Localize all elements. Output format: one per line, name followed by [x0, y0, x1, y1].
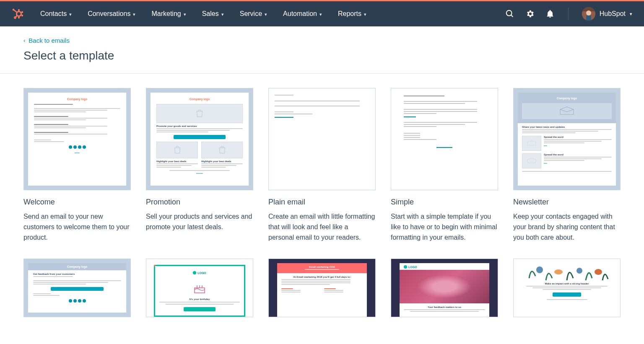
chevron-left-icon: ‹	[23, 37, 25, 44]
template-card[interactable]: LOGO Your feedback matters to us	[391, 259, 498, 317]
chevron-down-icon: ▾	[69, 12, 72, 17]
template-card[interactable]: Email marketing 2018 At Email marketing …	[268, 259, 376, 317]
template-grid: Company logo ━	[23, 88, 621, 326]
nav-label: Sales	[202, 10, 219, 18]
thumb-subheading: Spread the word	[544, 136, 612, 138]
template-thumbnail	[268, 88, 376, 190]
chevron-down-icon: ▾	[184, 12, 186, 17]
template-newsletter[interactable]: Company logo Share your latest news and …	[513, 88, 621, 243]
thumb-heading: Your feedback matters to us	[404, 306, 485, 308]
template-name: Simple	[391, 198, 498, 207]
chevron-down-icon: ▾	[630, 11, 632, 17]
thumb-subheading: Highlight your best deals	[156, 160, 198, 163]
nav-items: Contacts▾ Conversations▾ Marketing▾ Sale…	[40, 10, 505, 18]
thumb-subheading: Spread the word	[544, 153, 612, 156]
template-thumbnail: LOGO It's your birthday	[146, 259, 253, 317]
template-thumbnail: Make an impact with a strong header	[513, 259, 621, 317]
chevron-down-icon: ▾	[265, 12, 267, 17]
template-desc: Keep your contacts engaged with your bra…	[513, 212, 621, 243]
nav-label: Reports	[338, 10, 361, 18]
templates-section: Company logo ━	[0, 88, 644, 326]
nav-automation[interactable]: Automation▾	[283, 10, 322, 18]
thumb-heading: Share your latest news and updates	[522, 126, 612, 128]
nav-contacts[interactable]: Contacts▾	[40, 10, 72, 18]
svg-point-23	[595, 269, 602, 275]
template-card[interactable]: Company logo Get feedback from your cust…	[23, 259, 131, 317]
nav-service[interactable]: Service▾	[240, 10, 267, 18]
thumb-subheading: At Email marketing 2018 you'll get 4 ful…	[281, 276, 363, 278]
nav-conversations[interactable]: Conversations▾	[88, 10, 135, 18]
template-card[interactable]: LOGO It's your birthday	[146, 259, 253, 317]
template-thumbnail: Company logo ━	[23, 88, 131, 190]
page-content: ‹ Back to emails Select a template	[0, 26, 644, 62]
svg-point-4	[18, 17, 20, 18]
template-welcome[interactable]: Company logo ━	[23, 88, 131, 243]
svg-point-20	[536, 266, 543, 273]
thumb-logo-text: Company logo	[34, 98, 120, 101]
nav-sales[interactable]: Sales▾	[202, 10, 224, 18]
divider	[0, 73, 644, 74]
avatar	[582, 7, 595, 21]
nav-marketing[interactable]: Marketing▾	[151, 10, 186, 18]
template-desc: Create an email with little formatting t…	[268, 212, 376, 243]
nav-reports[interactable]: Reports▾	[338, 10, 366, 18]
template-simple[interactable]: Simple Start with a simple template if y…	[391, 88, 498, 243]
svg-point-22	[576, 268, 582, 274]
page-title: Select a template	[23, 49, 621, 62]
template-thumbnail: Email marketing 2018 At Email marketing …	[268, 259, 376, 317]
template-thumbnail: Company logo Share your latest news and …	[513, 88, 621, 190]
chevron-down-icon: ▾	[364, 12, 366, 17]
divider	[568, 8, 569, 20]
nav-label: Conversations	[88, 10, 130, 18]
account-label: HubSpot	[600, 10, 626, 18]
svg-line-11	[511, 15, 513, 17]
thumb-logo-text: Company logo	[67, 265, 88, 268]
template-thumbnail: LOGO Your feedback matters to us	[391, 259, 498, 317]
thumb-heading: It's your birthday	[159, 298, 240, 300]
search-icon[interactable]	[505, 9, 514, 18]
top-nav: Contacts▾ Conversations▾ Marketing▾ Sale…	[0, 1, 644, 26]
svg-point-21	[554, 269, 563, 274]
account-menu[interactable]: HubSpot ▾	[582, 7, 632, 21]
thumb-heading: Email marketing 2018	[279, 266, 365, 268]
thumb-logo-text: LOGO	[197, 272, 206, 274]
template-thumbnail	[391, 88, 498, 190]
nav-label: Service	[240, 10, 262, 18]
template-name: Promotion	[146, 198, 253, 207]
nav-right: HubSpot ▾	[505, 7, 632, 21]
svg-rect-15	[586, 16, 591, 21]
thumb-subheading: Highlight your best deals	[201, 160, 243, 163]
notifications-icon[interactable]	[545, 9, 555, 18]
template-plain-email[interactable]: Plain email Create an email with little …	[268, 88, 376, 243]
template-thumbnail: Company logo Get feedback from your cust…	[23, 259, 131, 317]
chevron-down-icon: ▾	[133, 12, 135, 17]
template-promotion[interactable]: Company logo Promote your goods and serv…	[146, 88, 253, 243]
back-link-label: Back to emails	[29, 37, 70, 44]
nav-label: Marketing	[151, 10, 181, 18]
template-card[interactable]: Make an impact with a strong header	[513, 259, 621, 317]
template-name: Plain email	[268, 198, 376, 207]
thumb-logo-text: Company logo	[156, 98, 243, 101]
nav-label: Automation	[283, 10, 317, 18]
thumb-heading: Promote your goods and services	[156, 125, 243, 127]
template-name: Newsletter	[513, 198, 621, 207]
template-desc: Send an email to your new customers to w…	[23, 212, 131, 243]
chevron-down-icon: ▾	[319, 12, 322, 17]
thumb-heading: Get feedback from your customers	[33, 273, 121, 275]
thumb-logo-text: LOGO	[408, 266, 417, 269]
svg-point-2	[21, 11, 23, 13]
template-desc: Sell your products and services and prom…	[146, 212, 253, 233]
nav-label: Contacts	[40, 10, 67, 18]
sprocket-icon	[12, 8, 24, 20]
svg-point-3	[21, 15, 23, 16]
thumb-logo-text: Company logo	[522, 97, 612, 100]
svg-point-10	[506, 10, 512, 16]
back-to-emails-link[interactable]: ‹ Back to emails	[23, 37, 70, 44]
settings-icon[interactable]	[525, 9, 535, 18]
svg-point-7	[13, 9, 14, 10]
hubspot-logo[interactable]	[12, 5, 30, 23]
template-desc: Start with a simple template if you like…	[391, 212, 498, 243]
svg-point-14	[586, 10, 591, 16]
thumb-heading: Make an impact with a strong header	[526, 282, 608, 285]
chevron-down-icon: ▾	[221, 12, 224, 17]
